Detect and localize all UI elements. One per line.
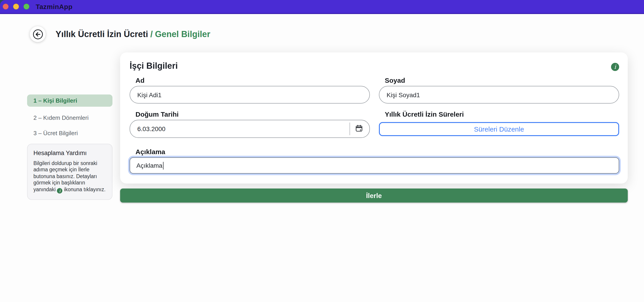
window-titlebar: TazminApp xyxy=(0,0,644,14)
date-input-divider xyxy=(350,123,350,135)
aciklama-textarea[interactable]: Açıklama xyxy=(130,157,619,174)
card-title: İşçi Bilgileri xyxy=(130,61,178,71)
info-icon-button[interactable]: i xyxy=(611,63,619,71)
field-soyad: Soyad xyxy=(379,76,619,104)
help-body-after: ikonuna tıklayınız. xyxy=(64,186,106,192)
field-izin-sureleri: Yıllık Ücretli İzin Süreleri Süreleri Dü… xyxy=(379,110,619,138)
help-box-body: Bilgileri doldurup bir sonraki adıma geç… xyxy=(34,160,106,193)
dogum-tarihi-label: Doğum Tarihi xyxy=(136,110,370,118)
app-window: TazminApp Yıllık Ücretli İzin Ücreti/Gen… xyxy=(0,0,644,302)
dogum-tarihi-value: 6.03.2000 xyxy=(137,125,166,132)
field-dogum-tarihi: Doğum Tarihi 6.03.2000 xyxy=(130,110,370,138)
soyad-label: Soyad xyxy=(385,76,619,85)
izin-sureleri-label: Yıllık Ücretli İzin Süreleri xyxy=(385,110,619,118)
sidebar-step-ucret-bilgileri[interactable]: 3 – Ücret Bilgileri xyxy=(27,128,112,139)
aciklama-label: Açıklama xyxy=(136,148,619,156)
info-icon: i xyxy=(57,188,62,193)
sidebar-step-kisi-bilgileri[interactable]: 1 – Kişi Bilgileri xyxy=(27,95,112,107)
step-sidebar: 1 – Kişi Bilgileri 2 – Kıdem Dönemleri 3… xyxy=(27,95,112,143)
help-box-title: Hesaplama Yardımı xyxy=(34,150,106,156)
soyad-input[interactable] xyxy=(379,86,619,104)
minimize-window-button[interactable] xyxy=(13,4,19,10)
field-ad: Ad xyxy=(130,76,370,104)
ad-label: Ad xyxy=(136,76,370,85)
arrow-left-circle-icon xyxy=(32,28,44,40)
ad-input[interactable] xyxy=(130,86,370,104)
calendar-picker-button[interactable] xyxy=(354,123,364,134)
aciklama-value: Açıklama xyxy=(136,162,162,169)
zoom-window-button[interactable] xyxy=(24,4,29,10)
page-title-main: Yıllık Ücretli İzin Ücreti xyxy=(56,29,148,39)
dogum-tarihi-input[interactable]: 6.03.2000 xyxy=(130,120,370,138)
close-window-button[interactable] xyxy=(3,4,8,10)
worker-info-card: İşçi Bilgileri i Ad Soyad Doğum Tarihi 6… xyxy=(120,53,628,184)
app-title: TazminApp xyxy=(36,3,72,11)
back-button[interactable] xyxy=(30,26,46,42)
edit-durations-button[interactable]: Süreleri Düzenle xyxy=(379,122,619,136)
sidebar-step-kidem-donemleri[interactable]: 2 – Kıdem Dönemleri xyxy=(27,112,112,123)
help-box: Hesaplama Yardımı Bilgileri doldurup bir… xyxy=(27,144,112,200)
page-title: Yıllık Ücretli İzin Ücreti/Genel Bilgile… xyxy=(56,29,210,39)
text-caret xyxy=(163,162,164,169)
window-controls xyxy=(3,4,29,10)
field-aciklama: Açıklama Açıklama xyxy=(130,148,619,174)
breadcrumb-separator: / xyxy=(150,29,153,39)
breadcrumb-section: Genel Bilgiler xyxy=(155,29,210,39)
calendar-icon xyxy=(354,124,364,133)
proceed-button[interactable]: İlerle xyxy=(120,188,628,202)
